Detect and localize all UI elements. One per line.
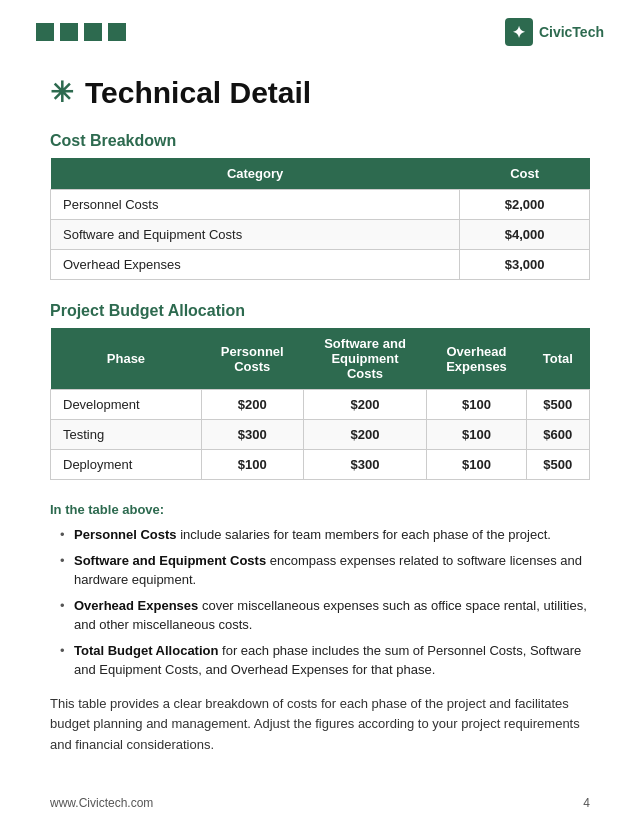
list-item: Total Budget Allocation for each phase i… (60, 641, 590, 680)
cb-header-cost: Cost (460, 158, 590, 190)
footer-page-number: 4 (583, 796, 590, 810)
ba-phase: Deployment (51, 450, 202, 480)
table-row: Overhead Expenses $3,000 (51, 250, 590, 280)
ba-software: $300 (303, 450, 427, 480)
square-1 (36, 23, 54, 41)
cost-breakdown-title: Cost Breakdown (50, 132, 590, 150)
page-header: ✦ CivicTech (0, 0, 640, 56)
square-4 (108, 23, 126, 41)
cb-category: Overhead Expenses (51, 250, 460, 280)
square-2 (60, 23, 78, 41)
header-squares (36, 23, 126, 41)
page-title-row: ✳ Technical Detail (50, 76, 590, 110)
main-content: ✳ Technical Detail Cost Breakdown Catego… (0, 56, 640, 786)
notes-section: In the table above: Personnel Costs incl… (50, 502, 590, 756)
ba-software: $200 (303, 390, 427, 420)
page-title: Technical Detail (85, 76, 311, 110)
ba-overhead: $100 (427, 390, 526, 420)
ba-total: $500 (526, 450, 589, 480)
project-budget-section: Project Budget Allocation Phase Personne… (50, 302, 590, 480)
footer-website: www.Civictech.com (50, 796, 153, 810)
ba-overhead: $100 (427, 450, 526, 480)
project-budget-table: Phase PersonnelCosts Software andEquipme… (50, 328, 590, 480)
list-item: Software and Equipment Costs encompass e… (60, 551, 590, 590)
ba-phase: Development (51, 390, 202, 420)
ba-header-overhead: OverheadExpenses (427, 328, 526, 390)
notes-list: Personnel Costs include salaries for tea… (50, 525, 590, 680)
ba-header-software: Software andEquipmentCosts (303, 328, 427, 390)
ba-total: $600 (526, 420, 589, 450)
ba-personnel: $100 (201, 450, 303, 480)
ba-personnel: $200 (201, 390, 303, 420)
title-icon: ✳ (50, 79, 73, 107)
cb-cost: $3,000 (460, 250, 590, 280)
ba-header-phase: Phase (51, 328, 202, 390)
cost-breakdown-section: Cost Breakdown Category Cost Personnel C… (50, 132, 590, 280)
list-item: Personnel Costs include salaries for tea… (60, 525, 590, 545)
table-row: Testing $300 $200 $100 $600 (51, 420, 590, 450)
paragraph: This table provides a clear breakdown of… (50, 694, 590, 756)
logo-icon: ✦ (505, 18, 533, 46)
cb-cost: $4,000 (460, 220, 590, 250)
page-footer: www.Civictech.com 4 (0, 796, 640, 810)
ba-total: $500 (526, 390, 589, 420)
ba-header-personnel: PersonnelCosts (201, 328, 303, 390)
table-row: Software and Equipment Costs $4,000 (51, 220, 590, 250)
cb-header-category: Category (51, 158, 460, 190)
ba-personnel: $300 (201, 420, 303, 450)
ba-software: $200 (303, 420, 427, 450)
ba-overhead: $100 (427, 420, 526, 450)
ba-phase: Testing (51, 420, 202, 450)
logo: ✦ CivicTech (505, 18, 604, 46)
ba-header-total: Total (526, 328, 589, 390)
cb-cost: $2,000 (460, 190, 590, 220)
logo-text: CivicTech (539, 24, 604, 40)
cb-category: Software and Equipment Costs (51, 220, 460, 250)
table-row: Development $200 $200 $100 $500 (51, 390, 590, 420)
notes-label: In the table above: (50, 502, 590, 517)
square-3 (84, 23, 102, 41)
table-row: Deployment $100 $300 $100 $500 (51, 450, 590, 480)
cost-breakdown-table: Category Cost Personnel Costs $2,000Soft… (50, 158, 590, 280)
cb-category: Personnel Costs (51, 190, 460, 220)
project-budget-title: Project Budget Allocation (50, 302, 590, 320)
table-row: Personnel Costs $2,000 (51, 190, 590, 220)
list-item: Overhead Expenses cover miscellaneous ex… (60, 596, 590, 635)
